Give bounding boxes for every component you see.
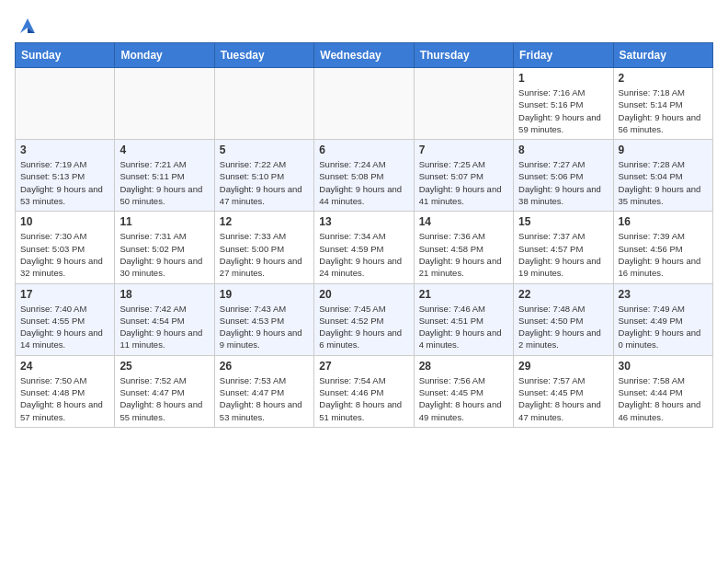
calendar-cell: 7Sunrise: 7:25 AM Sunset: 5:07 PM Daylig… [414,140,513,212]
day-number: 24 [20,360,109,373]
day-info: Sunrise: 7:25 AM Sunset: 5:07 PM Dayligh… [419,158,508,207]
day-info: Sunrise: 7:49 AM Sunset: 4:49 PM Dayligh… [619,303,708,351]
day-number: 1 [518,72,608,85]
day-number: 4 [119,144,209,156]
calendar-cell: 5Sunrise: 7:22 AM Sunset: 5:10 PM Daylig… [214,140,313,212]
day-info: Sunrise: 7:36 AM Sunset: 4:58 PM Dayligh… [419,230,508,279]
day-number: 12 [220,215,309,228]
calendar-cell: 10Sunrise: 7:30 AM Sunset: 5:03 PM Dayli… [16,212,115,283]
day-info: Sunrise: 7:54 AM Sunset: 4:46 PM Dayligh… [319,374,408,423]
day-info: Sunrise: 7:48 AM Sunset: 4:50 PM Dayligh… [518,303,608,351]
day-number: 15 [518,215,608,228]
day-number: 29 [518,360,608,373]
day-number: 2 [619,72,708,85]
calendar-cell: 3Sunrise: 7:19 AM Sunset: 5:13 PM Daylig… [16,140,115,212]
day-info: Sunrise: 7:16 AM Sunset: 5:16 PM Dayligh… [518,86,608,135]
day-number: 10 [20,215,109,228]
weekday-header-sunday: Sunday [16,43,115,68]
day-number: 6 [319,144,408,156]
day-number: 28 [419,360,508,373]
day-info: Sunrise: 7:31 AM Sunset: 5:02 PM Dayligh… [119,230,209,279]
weekday-header-row: SundayMondayTuesdayWednesdayThursdayFrid… [16,43,713,68]
weekday-header-wednesday: Wednesday [314,43,414,68]
calendar-week-row-3: 10Sunrise: 7:30 AM Sunset: 5:03 PM Dayli… [16,212,713,283]
logo-icon [17,15,39,37]
calendar-table: SundayMondayTuesdayWednesdayThursdayFrid… [15,42,713,428]
calendar-cell: 14Sunrise: 7:36 AM Sunset: 4:58 PM Dayli… [414,212,513,283]
day-info: Sunrise: 7:27 AM Sunset: 5:06 PM Dayligh… [518,158,608,207]
calendar-cell: 19Sunrise: 7:43 AM Sunset: 4:53 PM Dayli… [214,283,313,355]
calendar-cell [314,68,414,140]
day-number: 7 [419,144,508,156]
calendar-week-row-4: 17Sunrise: 7:40 AM Sunset: 4:55 PM Dayli… [16,283,713,355]
weekday-header-thursday: Thursday [414,43,513,68]
calendar-cell: 24Sunrise: 7:50 AM Sunset: 4:48 PM Dayli… [16,355,115,427]
calendar-cell [214,68,313,140]
calendar-cell: 20Sunrise: 7:45 AM Sunset: 4:52 PM Dayli… [314,283,414,355]
day-number: 27 [319,360,408,373]
day-info: Sunrise: 7:30 AM Sunset: 5:03 PM Dayligh… [20,230,109,279]
calendar-cell [414,68,513,140]
day-info: Sunrise: 7:33 AM Sunset: 5:00 PM Dayligh… [220,230,309,279]
day-number: 17 [20,288,109,301]
day-number: 19 [220,288,309,301]
day-number: 13 [319,215,408,228]
calendar-cell: 30Sunrise: 7:58 AM Sunset: 4:44 PM Dayli… [613,355,712,427]
day-info: Sunrise: 7:53 AM Sunset: 4:47 PM Dayligh… [220,374,309,423]
day-info: Sunrise: 7:22 AM Sunset: 5:10 PM Dayligh… [220,158,309,207]
day-info: Sunrise: 7:18 AM Sunset: 5:14 PM Dayligh… [619,86,708,135]
calendar-cell: 11Sunrise: 7:31 AM Sunset: 5:02 PM Dayli… [115,212,214,283]
day-number: 20 [319,288,408,301]
calendar-cell: 2Sunrise: 7:18 AM Sunset: 5:14 PM Daylig… [613,68,712,140]
day-number: 26 [220,360,309,373]
day-number: 14 [419,215,508,228]
weekday-header-tuesday: Tuesday [214,43,313,68]
day-number: 9 [619,144,708,156]
calendar-cell: 6Sunrise: 7:24 AM Sunset: 5:08 PM Daylig… [314,140,414,212]
day-number: 8 [518,144,608,156]
calendar-cell: 8Sunrise: 7:27 AM Sunset: 5:06 PM Daylig… [514,140,613,212]
weekday-header-friday: Friday [514,43,613,68]
day-info: Sunrise: 7:46 AM Sunset: 4:51 PM Dayligh… [419,303,508,351]
weekday-header-monday: Monday [115,43,214,68]
calendar-cell: 17Sunrise: 7:40 AM Sunset: 4:55 PM Dayli… [16,283,115,355]
calendar-cell: 15Sunrise: 7:37 AM Sunset: 4:57 PM Dayli… [514,212,613,283]
day-number: 23 [619,288,708,301]
calendar-cell: 18Sunrise: 7:42 AM Sunset: 4:54 PM Dayli… [115,283,214,355]
weekday-header-saturday: Saturday [613,43,712,68]
day-info: Sunrise: 7:24 AM Sunset: 5:08 PM Dayligh… [319,158,408,207]
calendar-cell: 25Sunrise: 7:52 AM Sunset: 4:47 PM Dayli… [115,355,214,427]
day-info: Sunrise: 7:58 AM Sunset: 4:44 PM Dayligh… [619,374,708,423]
day-info: Sunrise: 7:50 AM Sunset: 4:48 PM Dayligh… [20,374,109,423]
day-info: Sunrise: 7:52 AM Sunset: 4:47 PM Dayligh… [119,374,209,423]
calendar-cell: 16Sunrise: 7:39 AM Sunset: 4:56 PM Dayli… [613,212,712,283]
day-info: Sunrise: 7:56 AM Sunset: 4:45 PM Dayligh… [419,374,508,423]
day-number: 16 [619,215,708,228]
calendar-cell: 4Sunrise: 7:21 AM Sunset: 5:11 PM Daylig… [115,140,214,212]
day-info: Sunrise: 7:37 AM Sunset: 4:57 PM Dayligh… [518,230,608,279]
day-number: 5 [220,144,309,156]
calendar-cell: 13Sunrise: 7:34 AM Sunset: 4:59 PM Dayli… [314,212,414,283]
day-number: 3 [20,144,109,156]
day-info: Sunrise: 7:28 AM Sunset: 5:04 PM Dayligh… [619,158,708,207]
calendar-cell [16,68,115,140]
calendar-week-row-5: 24Sunrise: 7:50 AM Sunset: 4:48 PM Dayli… [16,355,713,427]
calendar-page: SundayMondayTuesdayWednesdayThursdayFrid… [0,0,728,435]
day-number: 30 [619,360,708,373]
calendar-cell: 9Sunrise: 7:28 AM Sunset: 5:04 PM Daylig… [613,140,712,212]
calendar-week-row-2: 3Sunrise: 7:19 AM Sunset: 5:13 PM Daylig… [16,140,713,212]
day-info: Sunrise: 7:39 AM Sunset: 4:56 PM Dayligh… [619,230,708,279]
calendar-cell: 23Sunrise: 7:49 AM Sunset: 4:49 PM Dayli… [613,283,712,355]
calendar-cell: 28Sunrise: 7:56 AM Sunset: 4:45 PM Dayli… [414,355,513,427]
day-number: 18 [119,288,209,301]
header [15,15,713,33]
day-info: Sunrise: 7:21 AM Sunset: 5:11 PM Dayligh… [119,158,209,207]
day-number: 11 [119,215,209,228]
day-number: 25 [119,360,209,373]
calendar-cell: 12Sunrise: 7:33 AM Sunset: 5:00 PM Dayli… [214,212,313,283]
calendar-cell: 26Sunrise: 7:53 AM Sunset: 4:47 PM Dayli… [214,355,313,427]
calendar-cell: 29Sunrise: 7:57 AM Sunset: 4:45 PM Dayli… [514,355,613,427]
day-info: Sunrise: 7:57 AM Sunset: 4:45 PM Dayligh… [518,374,608,423]
calendar-cell: 21Sunrise: 7:46 AM Sunset: 4:51 PM Dayli… [414,283,513,355]
day-number: 22 [518,288,608,301]
